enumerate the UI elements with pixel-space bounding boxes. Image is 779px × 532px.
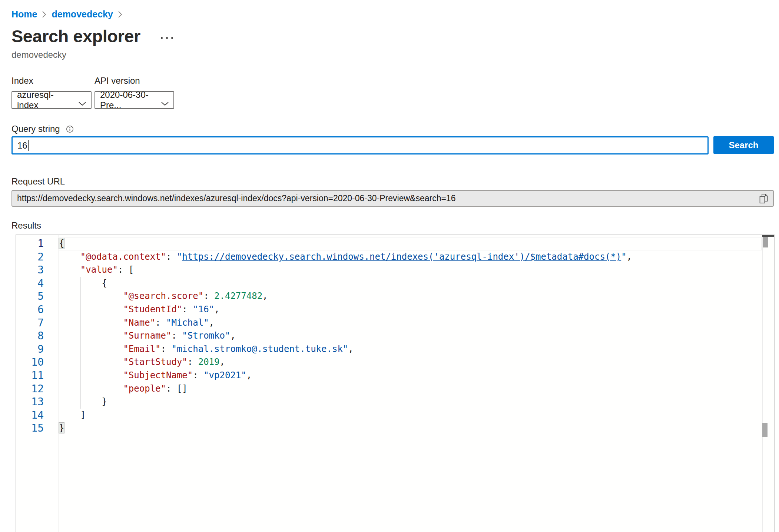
ellipsis-icon bbox=[166, 37, 168, 39]
line-number[interactable]: 2 bbox=[16, 250, 59, 264]
line-number[interactable]: 8 bbox=[16, 329, 59, 343]
code-token bbox=[59, 370, 123, 380]
code-line[interactable]: "Surname": "Stromko", bbox=[59, 329, 762, 343]
overview-ruler bbox=[762, 235, 763, 532]
code-token: , bbox=[209, 317, 214, 328]
code-line[interactable]: } bbox=[59, 395, 762, 409]
code-token: , bbox=[219, 357, 225, 367]
api-version-dropdown-value: 2020-06-30-Pre... bbox=[100, 90, 157, 110]
query-input-value: 16 bbox=[17, 140, 27, 151]
code-token: 2.4277482 bbox=[214, 291, 262, 301]
code-token: "Surname" bbox=[123, 330, 171, 341]
line-number[interactable]: 15 bbox=[16, 422, 59, 435]
vertical-scrollbar-thumb[interactable] bbox=[763, 237, 768, 247]
code-line[interactable]: "@odata.context": "https://demovedecky.s… bbox=[59, 250, 762, 264]
line-number[interactable]: 12 bbox=[16, 382, 59, 396]
code-token: : [] bbox=[166, 383, 188, 394]
code-token: { bbox=[59, 278, 107, 288]
code-token: , bbox=[262, 291, 268, 301]
breadcrumb-link-demovedecky[interactable]: demovedecky bbox=[52, 9, 113, 20]
line-number[interactable]: 14 bbox=[16, 409, 59, 422]
code-line[interactable]: "value": [ bbox=[59, 263, 762, 277]
code-token: , bbox=[214, 304, 219, 315]
line-number[interactable]: 1 bbox=[16, 237, 59, 250]
code-token bbox=[59, 357, 123, 367]
code-line[interactable]: "SubjectName": "vp2021", bbox=[59, 369, 762, 382]
code-token bbox=[59, 291, 123, 301]
code-token: ] bbox=[59, 410, 86, 420]
code-line[interactable]: { bbox=[59, 277, 762, 290]
line-number[interactable]: 9 bbox=[16, 343, 59, 356]
indent-guide bbox=[80, 277, 81, 409]
code-line[interactable]: } bbox=[59, 422, 762, 435]
code-area[interactable]: { "@odata.context": "https://demovedecky… bbox=[59, 237, 762, 435]
line-number[interactable]: 6 bbox=[16, 303, 59, 316]
code-line[interactable]: { bbox=[59, 237, 762, 250]
code-token: "StudentId" bbox=[123, 304, 182, 315]
line-number[interactable]: 7 bbox=[16, 316, 59, 330]
query-input-wrapper: 16 bbox=[11, 136, 709, 154]
line-number[interactable]: 11 bbox=[16, 369, 59, 382]
code-token: : bbox=[182, 304, 193, 315]
index-dropdown[interactable]: azuresql-index bbox=[11, 91, 92, 109]
code-token: " bbox=[177, 252, 182, 262]
code-token bbox=[59, 317, 123, 328]
line-number[interactable]: 10 bbox=[16, 356, 59, 369]
chevron-down-icon bbox=[161, 98, 169, 109]
request-url-label: Request URL bbox=[11, 176, 65, 187]
code-line[interactable]: "StudentId": "16", bbox=[59, 303, 762, 316]
chevron-right-icon bbox=[118, 11, 123, 18]
code-token: "@odata.context" bbox=[80, 252, 166, 262]
request-url-field[interactable]: https://demovedecky.search.windows.net/i… bbox=[11, 190, 774, 207]
odata-context-link[interactable]: https://demovedecky.search.windows.net/i… bbox=[182, 252, 621, 262]
line-number[interactable]: 13 bbox=[16, 395, 59, 409]
page-subtitle: demovedecky bbox=[11, 50, 66, 60]
code-token: : bbox=[155, 317, 166, 328]
line-number[interactable]: 5 bbox=[16, 290, 59, 303]
code-token: , bbox=[246, 370, 252, 380]
copy-button[interactable] bbox=[759, 193, 768, 204]
bracket-match-marker bbox=[762, 423, 768, 437]
code-token: , bbox=[230, 330, 235, 341]
code-line[interactable]: "@search.score": 2.4277482, bbox=[59, 290, 762, 303]
index-dropdown-value: azuresql-index bbox=[17, 90, 74, 110]
line-number[interactable]: 3 bbox=[16, 263, 59, 277]
code-token: { bbox=[59, 238, 64, 249]
search-button[interactable]: Search bbox=[713, 136, 774, 154]
code-token: "vp2021" bbox=[203, 370, 246, 380]
indent-guide bbox=[102, 290, 102, 395]
code-line[interactable]: "people": [] bbox=[59, 382, 762, 396]
code-token: : bbox=[171, 330, 182, 341]
info-icon[interactable] bbox=[66, 125, 74, 133]
code-token: " bbox=[621, 252, 626, 262]
line-number[interactable]: 4 bbox=[16, 277, 59, 290]
code-token bbox=[59, 330, 123, 341]
code-token: , bbox=[348, 344, 353, 354]
code-token: "StartStudy" bbox=[123, 357, 187, 367]
code-token bbox=[59, 304, 123, 315]
code-token: "people" bbox=[123, 383, 166, 394]
code-token: 2019 bbox=[198, 357, 220, 367]
line-number-gutter: 123456789101112131415 bbox=[16, 237, 59, 435]
ellipsis-icon bbox=[171, 37, 173, 39]
page-title: Search explorer bbox=[11, 26, 140, 46]
code-token: : bbox=[161, 344, 172, 354]
index-label: Index bbox=[11, 76, 33, 86]
request-url-value: https://demovedecky.search.windows.net/i… bbox=[17, 193, 455, 203]
code-line[interactable]: ] bbox=[59, 409, 762, 422]
breadcrumb-link-home[interactable]: Home bbox=[11, 9, 37, 20]
chevron-right-icon bbox=[42, 11, 47, 18]
code-line[interactable]: "StartStudy": 2019, bbox=[59, 356, 762, 369]
code-token: "@search.score" bbox=[123, 291, 203, 301]
code-line[interactable]: "Email": "michal.stromko@.student.tuke.s… bbox=[59, 343, 762, 356]
more-menu-button[interactable] bbox=[159, 36, 175, 40]
api-version-dropdown[interactable]: 2020-06-30-Pre... bbox=[95, 91, 174, 109]
code-line[interactable]: "Name": "Michal", bbox=[59, 316, 762, 330]
code-token: "michal.stromko@.student.tuke.sk" bbox=[171, 344, 348, 354]
chevron-down-icon bbox=[78, 98, 86, 109]
results-json-editor[interactable]: 123456789101112131415 { "@odata.context"… bbox=[16, 235, 775, 532]
query-input[interactable]: 16 bbox=[11, 136, 709, 154]
code-token: "Michal" bbox=[166, 317, 209, 328]
code-token: : bbox=[188, 357, 198, 367]
code-token bbox=[59, 383, 123, 394]
